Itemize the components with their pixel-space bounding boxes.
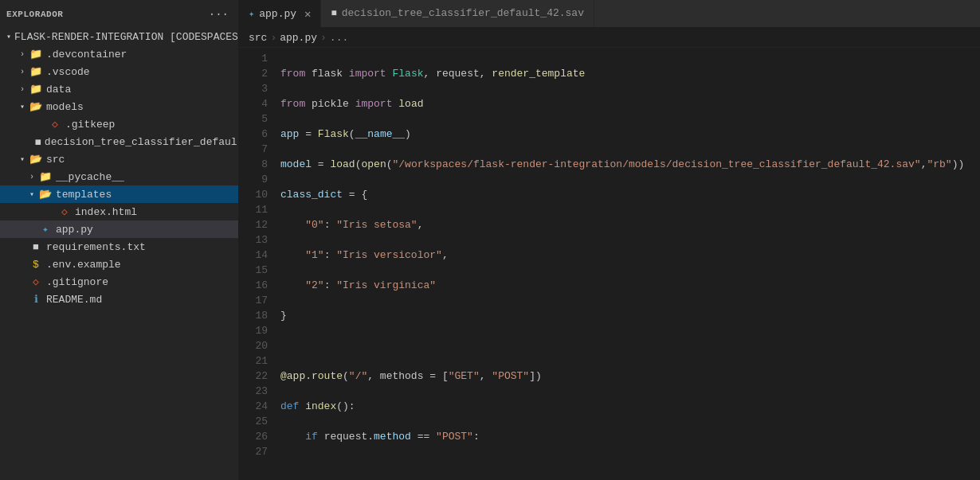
sav-label: decision_tree_classifier_default_42.sav [45, 136, 238, 148]
code-line-2: from pickle import load [280, 96, 980, 111]
gitignore-label: .gitignore [46, 276, 108, 288]
sidebar-item-gitignore[interactable]: ◇ .gitignore [0, 273, 238, 291]
gitkeep-label: .gitkeep [65, 119, 115, 131]
tab-decision-tree[interactable]: ■ decision_tree_classifier_default_42.sa… [321, 0, 594, 27]
ln-6: 6 [245, 127, 268, 142]
ln-9: 9 [245, 172, 268, 187]
ln-8: 8 [245, 157, 268, 172]
breadcrumb-ellipsis[interactable]: ... [330, 32, 348, 44]
sav-icon: ◼ [35, 135, 41, 148]
sidebar-item-devcontainer[interactable]: › 📁 .devcontainer [0, 45, 238, 63]
ln-24: 24 [245, 399, 268, 414]
devcontainer-label: .devcontainer [46, 49, 127, 60]
code-line-1: from flask import Flask, request, render… [280, 66, 980, 81]
src-label: src [46, 154, 65, 166]
sidebar-item-data[interactable]: › 📁 data [0, 80, 238, 98]
ln-17: 17 [245, 293, 268, 308]
breadcrumb-sep-1: › [270, 32, 276, 44]
breadcrumb-app-py[interactable]: app.py [280, 32, 317, 44]
ln-14: 14 [245, 248, 268, 263]
breadcrumb-src[interactable]: src [249, 32, 267, 44]
env-label: .env.example [46, 259, 121, 271]
ln-3: 3 [245, 81, 268, 96]
models-label: models [46, 101, 84, 113]
editor-area: ✦ app.py ✕ ■ decision_tree_classifier_de… [239, 0, 980, 480]
sidebar-item-requirements[interactable]: ■ requirements.txt [0, 238, 238, 256]
sidebar-header-icons: ··· [209, 8, 229, 21]
tab-app-py-icon: ✦ [249, 8, 254, 20]
pycache-label: __pycache__ [56, 171, 124, 183]
devcontainer-icon: 📁 [29, 48, 43, 60]
pycache-icon: 📁 [38, 170, 53, 183]
code-editor[interactable]: 1 2 3 4 5 6 7 8 9 10 11 12 13 14 15 16 1… [239, 48, 980, 480]
code-content: from flask import Flask, request, render… [277, 51, 980, 480]
code-line-10 [280, 338, 980, 353]
ln-1: 1 [245, 51, 268, 66]
sidebar-item-src[interactable]: ▾ 📂 src [0, 150, 238, 168]
devcontainer-arrow: › [16, 50, 29, 59]
vscode-arrow: › [16, 68, 29, 76]
sidebar-item-env-example[interactable]: $ .env.example [0, 256, 238, 273]
tab-sav-label: decision_tree_classifier_default_42.sav [342, 7, 584, 19]
code-line-8: "2": "Iris virginica" [280, 278, 980, 293]
src-arrow: ▾ [16, 154, 29, 164]
sidebar-item-vscode[interactable]: › 📁 .vscode [0, 63, 238, 80]
ln-12: 12 [245, 217, 268, 232]
code-line-3: app = Flask(__name__) [280, 127, 980, 142]
ln-25: 25 [245, 414, 268, 429]
readme-label: README.md [46, 294, 102, 306]
code-line-12: def index(): [280, 399, 980, 414]
data-label: data [46, 84, 71, 96]
sidebar-item-root[interactable]: ▾ FLASK-RENDER-INTEGRATION [CODESPACES] [0, 28, 238, 45]
tabs-bar: ✦ app.py ✕ ■ decision_tree_classifier_de… [239, 0, 980, 28]
sidebar-item-readme[interactable]: ℹ README.md [0, 291, 238, 308]
templates-label: templates [56, 189, 112, 201]
sidebar-item-templates[interactable]: ▾ 📂 templates [0, 185, 238, 203]
tab-app-py[interactable]: ✦ app.py ✕ [239, 0, 321, 27]
code-line-9: } [280, 308, 980, 323]
index-html-label: index.html [75, 206, 137, 218]
templates-icon: 📂 [38, 188, 53, 201]
gitkeep-icon: ◇ [48, 118, 62, 131]
data-icon: 📁 [29, 83, 43, 96]
req-icon: ■ [29, 241, 43, 253]
models-icon: 📂 [29, 100, 43, 113]
ln-18: 18 [245, 308, 268, 323]
breadcrumb: src › app.py › ... [239, 28, 980, 48]
code-line-14 [280, 459, 980, 474]
sidebar-item-app-py[interactable]: ✦ app.py [0, 220, 238, 238]
readme-icon: ℹ [29, 293, 43, 306]
ln-2: 2 [245, 66, 268, 81]
tab-app-py-close[interactable]: ✕ [304, 7, 311, 21]
ln-16: 16 [245, 278, 268, 293]
src-icon: 📂 [29, 153, 43, 166]
sidebar-header: EXPLORADOR ··· [0, 0, 238, 28]
sidebar-item-decision-tree-sav[interactable]: ◼ decision_tree_classifier_default_42.sa… [0, 133, 238, 150]
code-line-7: "1": "Iris versicolor", [280, 248, 980, 263]
templates-arrow: ▾ [25, 189, 38, 199]
ln-23: 23 [245, 384, 268, 399]
sidebar-title: EXPLORADOR [6, 10, 64, 19]
html-icon: ◇ [57, 205, 72, 218]
tab-app-py-label: app.py [259, 8, 296, 20]
sidebar-item-models[interactable]: ▾ 📂 models [0, 98, 238, 115]
sidebar-item-index-html[interactable]: ◇ index.html [0, 203, 238, 220]
ln-10: 10 [245, 187, 268, 202]
ln-11: 11 [245, 202, 268, 217]
sidebar-item-gitkeep[interactable]: ◇ .gitkeep [0, 115, 238, 133]
ln-7: 7 [245, 142, 268, 157]
app-py-icon: ✦ [38, 223, 53, 236]
vscode-label: .vscode [46, 66, 90, 78]
ln-19: 19 [245, 323, 268, 338]
sidebar-item-pycache[interactable]: › 📁 __pycache__ [0, 168, 238, 185]
sidebar: EXPLORADOR ··· ▾ FLASK-RENDER-INTEGRATIO… [0, 0, 239, 480]
pycache-arrow: › [25, 173, 38, 181]
ln-4: 4 [245, 96, 268, 111]
env-icon: $ [29, 259, 43, 271]
vscode-icon: 📁 [29, 65, 43, 78]
ln-21: 21 [245, 353, 268, 369]
more-icon[interactable]: ··· [209, 8, 229, 21]
ln-13: 13 [245, 232, 268, 248]
gitignore-icon: ◇ [29, 275, 43, 288]
app-py-label: app.py [56, 224, 93, 236]
